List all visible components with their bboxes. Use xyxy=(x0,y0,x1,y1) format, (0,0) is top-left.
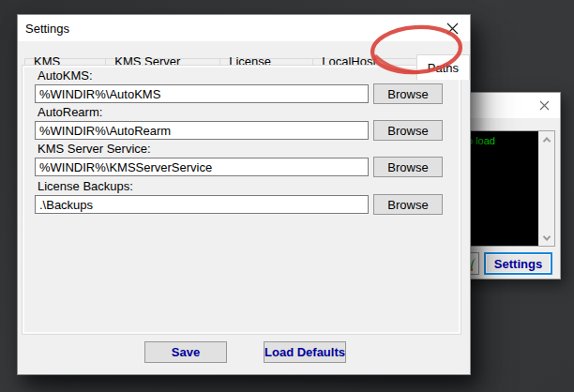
close-icon[interactable] xyxy=(532,96,556,115)
autokms-path-input[interactable] xyxy=(35,84,369,103)
close-icon-glyph xyxy=(539,100,550,111)
autorearm-path-input[interactable] xyxy=(35,121,369,140)
console-scrollbar[interactable] xyxy=(538,131,554,246)
load-defaults-button[interactable]: Load Defaults xyxy=(264,341,346,363)
license-backups-label: License Backups: xyxy=(38,179,133,193)
console-text-fragment: o load xyxy=(467,135,538,146)
background-settings-button[interactable]: Settings xyxy=(484,252,552,275)
autokms-browse-button[interactable]: Browse xyxy=(373,83,443,104)
kms-server-service-path-input[interactable] xyxy=(35,158,369,176)
kms-server-service-browse-button[interactable]: Browse xyxy=(373,157,443,177)
autorearm-browse-button[interactable]: Browse xyxy=(373,120,443,141)
scrollbar-up-button[interactable] xyxy=(538,131,554,147)
close-icon[interactable] xyxy=(438,17,466,39)
autokms-label: AutoKMS: xyxy=(38,68,93,83)
scrollbar-down-button[interactable] xyxy=(538,230,554,246)
save-button-label: Save xyxy=(172,345,200,359)
load-defaults-button-label: Load Defaults xyxy=(264,345,345,359)
settings-dialog: Settings KMS Options KMS Server Service … xyxy=(17,14,471,375)
autorearm-label: AutoRearm: xyxy=(38,105,102,119)
license-backups-browse-button[interactable]: Browse xyxy=(373,194,443,215)
dialog-title: Settings xyxy=(18,22,69,36)
background-settings-button-label: Settings xyxy=(494,257,542,271)
tab-paths[interactable]: Paths xyxy=(416,54,470,80)
kms-server-service-label: KMS Server Service: xyxy=(38,142,151,156)
desktop: o load Settings Settings xyxy=(0,0,574,392)
save-button[interactable]: Save xyxy=(144,341,227,363)
close-icon-glyph xyxy=(446,23,459,35)
dialog-titlebar[interactable]: Settings xyxy=(18,15,470,41)
license-backups-path-input[interactable] xyxy=(35,195,369,214)
chevron-down-icon xyxy=(542,233,550,240)
chevron-up-icon xyxy=(542,137,550,144)
paths-tab-panel: AutoKMS: Browse AutoRearm: Browse KMS Se… xyxy=(22,65,461,335)
